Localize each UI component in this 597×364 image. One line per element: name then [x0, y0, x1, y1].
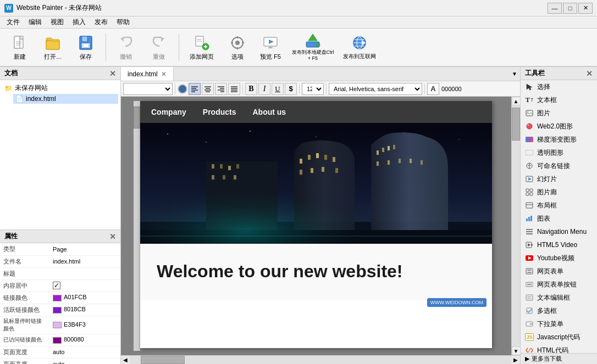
- svg-line-132: [528, 348, 530, 352]
- redo-button[interactable]: 重做: [143, 31, 174, 64]
- align-left-btn[interactable]: [189, 83, 201, 95]
- style-select[interactable]: [123, 83, 173, 95]
- website-canvas[interactable]: Company Products About us: [140, 101, 492, 348]
- properties-panel-close[interactable]: ✕: [109, 232, 116, 241]
- rt-slideshow[interactable]: 幻灯片: [521, 172, 597, 186]
- right-toolbar-close[interactable]: ✕: [586, 69, 593, 78]
- svg-marker-118: [528, 243, 530, 247]
- menu-view[interactable]: 视图: [46, 16, 68, 28]
- addpage-button[interactable]: 添加网页: [184, 31, 220, 64]
- rt-layout[interactable]: 布局框: [521, 199, 597, 212]
- nav-products[interactable]: Products: [203, 108, 236, 116]
- dropdown-icon: [525, 320, 534, 328]
- rt-javascript[interactable]: JS Javascript代码: [521, 331, 597, 344]
- prop-value-linkcolor[interactable]: A01FCB: [49, 292, 120, 304]
- align-center-btn[interactable]: [202, 83, 214, 95]
- rt-more[interactable]: ▶ 更多当下载: [521, 353, 597, 364]
- align-right-btn[interactable]: [215, 83, 227, 95]
- image-icon: [525, 109, 534, 117]
- new-label: 新建: [14, 53, 26, 61]
- rt-namedlink[interactable]: 可命名链接: [521, 159, 597, 172]
- linkcolor-swatch: [53, 295, 62, 301]
- file-index-html[interactable]: 📄 index.html: [13, 94, 118, 104]
- prop-value-center[interactable]: ✓: [49, 279, 120, 292]
- rt-textbox[interactable]: T T 文本框: [521, 93, 597, 107]
- open-button[interactable]: 打开...: [37, 31, 68, 64]
- scroll-left-btn[interactable]: ◀: [121, 356, 130, 365]
- close-button[interactable]: ✕: [578, 3, 593, 14]
- menu-publish[interactable]: 发布: [90, 16, 112, 28]
- align-justify-btn[interactable]: [228, 83, 240, 95]
- font-family-select[interactable]: Arial, Helvetica, sans-serif: [329, 83, 422, 95]
- rt-formbutton[interactable]: 网页表单按钮: [521, 278, 597, 291]
- svg-point-95: [527, 111, 529, 113]
- rt-transparent[interactable]: 透明图形: [521, 146, 597, 159]
- nav-about[interactable]: About us: [252, 108, 286, 116]
- minimize-button[interactable]: —: [548, 3, 562, 14]
- prop-value-activelinkcolor[interactable]: 8018CB: [49, 304, 120, 316]
- publish-web-button[interactable]: 发布到互联网: [340, 31, 379, 64]
- prop-value-hoverlinkcolor[interactable]: E3B4F3: [49, 316, 120, 334]
- rt-image-label: 图片: [537, 109, 550, 118]
- left-scroll-thumb[interactable]: [134, 107, 140, 128]
- rt-chart[interactable]: 图表: [521, 212, 597, 225]
- bold-btn[interactable]: B: [245, 83, 257, 95]
- svg-rect-6: [46, 41, 59, 49]
- documents-panel-close[interactable]: ✕: [109, 69, 116, 78]
- scroll-down-btn[interactable]: ▼: [512, 346, 521, 355]
- fmt-sep-1: [175, 83, 175, 94]
- rt-webform[interactable]: 网页表单: [521, 265, 597, 278]
- rt-htmlcode[interactable]: HTML代码: [521, 344, 597, 353]
- maximize-button[interactable]: □: [563, 3, 577, 14]
- center-checkbox[interactable]: ✓: [53, 282, 60, 289]
- format-bar: B I U $ 12 Arial, Helvetica, sans-serif …: [121, 81, 520, 97]
- preview-button[interactable]: 预览 F5: [255, 31, 286, 64]
- publish-local-button[interactable]: 发布到本地硬盘Ctrl + F5: [288, 31, 338, 64]
- tab-close-button[interactable]: ✕: [161, 70, 167, 78]
- rt-navmenu[interactable]: Navigation Menu: [521, 225, 597, 238]
- rt-youtube[interactable]: Youtube视频: [521, 251, 597, 265]
- menu-file[interactable]: 文件: [2, 16, 24, 28]
- prop-value-visitedlinkcolor[interactable]: 800080: [49, 334, 120, 346]
- namedlink-icon: [525, 161, 534, 170]
- menu-help[interactable]: 帮助: [112, 16, 134, 28]
- rt-textarea[interactable]: 文本编辑框: [521, 291, 597, 304]
- rt-checkbox[interactable]: 多选框: [521, 304, 597, 317]
- color-circle-btn[interactable]: [178, 84, 187, 94]
- prop-label-visitedlinkcolor: 已访问链接颜色: [0, 334, 49, 346]
- text-color-btn[interactable]: A: [427, 83, 439, 95]
- dollar-btn[interactable]: $: [285, 83, 297, 95]
- site-content: Welcome to our new website!: [140, 244, 492, 300]
- options-button[interactable]: 选项: [222, 31, 253, 64]
- menu-insert[interactable]: 插入: [68, 16, 90, 28]
- right-toolbar-scroll: 选择 T T 文本框 图片 Web: [521, 80, 597, 353]
- canvas-wrapper[interactable]: Company Products About us: [121, 97, 511, 355]
- rt-dropdown[interactable]: 下拉菜单: [521, 317, 597, 331]
- scroll-right-btn[interactable]: ▶: [511, 356, 520, 365]
- rt-gradient[interactable]: 梯度渐变图形: [521, 133, 597, 146]
- scroll-thumb[interactable]: [512, 108, 520, 141]
- svg-rect-10: [83, 44, 89, 47]
- underline-btn[interactable]: U: [272, 83, 284, 95]
- addpage-label: 添加网页: [190, 53, 214, 61]
- new-button[interactable]: 新建: [4, 31, 35, 64]
- rt-gallery[interactable]: 图片廊: [521, 186, 597, 199]
- italic-btn[interactable]: I: [258, 83, 270, 95]
- center-editor: index.html ✕ ▼: [121, 67, 520, 364]
- tab-scroll-down[interactable]: ▼: [509, 67, 520, 81]
- rt-web20shape[interactable]: Web2.0图形: [521, 120, 597, 133]
- rt-image[interactable]: 图片: [521, 107, 597, 120]
- app-icon: W: [4, 4, 13, 13]
- font-size-select[interactable]: 12: [302, 83, 324, 95]
- menu-edit[interactable]: 编辑: [24, 16, 46, 28]
- scroll-up-btn[interactable]: ▲: [512, 97, 521, 105]
- rt-html5video[interactable]: HTML5 Video: [521, 238, 597, 251]
- site-folder[interactable]: 📁 未保存网站: [2, 82, 118, 94]
- tab-index-html[interactable]: index.html ✕: [121, 67, 174, 81]
- h-scroll-thumb[interactable]: [141, 356, 185, 364]
- nav-company[interactable]: Company: [151, 108, 186, 116]
- save-button[interactable]: 保存: [70, 31, 101, 64]
- svg-rect-99: [526, 150, 533, 155]
- rt-select[interactable]: 选择: [521, 80, 597, 93]
- undo-button[interactable]: 撤销: [110, 31, 141, 64]
